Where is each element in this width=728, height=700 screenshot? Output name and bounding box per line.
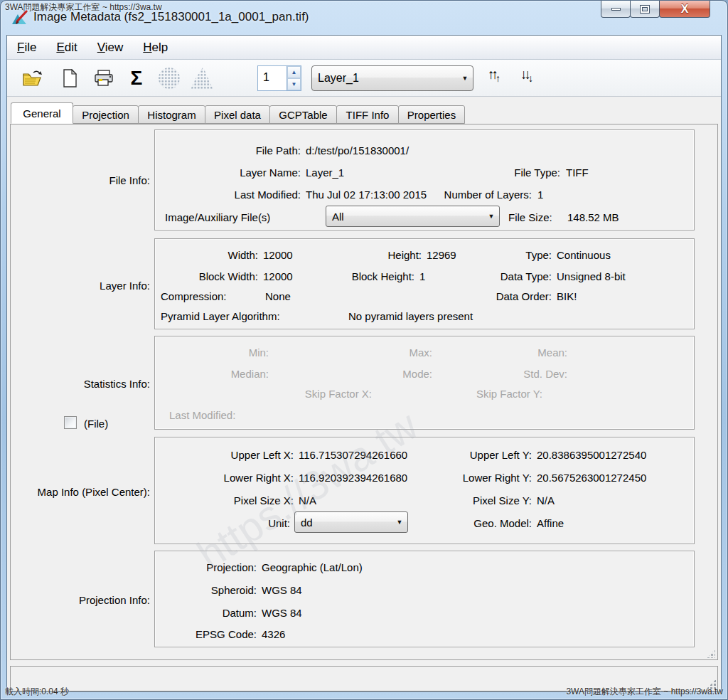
layer-select[interactable]: Layer_1 ▼: [311, 65, 473, 91]
upper-left-y-value: 20.8386395001272540: [537, 449, 646, 461]
upper-left-x-value: 116.715307294261660: [299, 449, 407, 461]
file-type-label: File Type:: [397, 166, 560, 179]
map-info-group: Upper Left X: 116.715307294261660 Upper …: [154, 437, 695, 544]
lower-right-x-value: 116.920392394261680: [299, 472, 407, 484]
file-size-label: File Size:: [508, 211, 552, 223]
arrows-down-icon: ↓↓: [520, 67, 528, 83]
stats-file-checkbox-label: (File): [84, 418, 108, 430]
data-type-value: Unsigned 8-bit: [557, 270, 626, 282]
lower-right-y-value: 20.5675263001272450: [537, 472, 646, 484]
new-document-button[interactable]: [57, 66, 82, 90]
aux-files-label: Image/Auxiliary File(s): [165, 211, 270, 223]
chevron-down-icon: ▼: [457, 75, 473, 82]
menu-view[interactable]: View: [97, 41, 124, 55]
close-icon: X: [681, 3, 689, 16]
skip-factor-y-label: Skip Factor Y:: [429, 388, 542, 400]
layer-select-value: Layer_1: [312, 72, 457, 85]
skip-factor-x-label: Skip Factor X:: [258, 388, 372, 400]
menu-help[interactable]: Help: [143, 41, 168, 55]
block-height-label: Block Height:: [326, 270, 414, 282]
spheroid-value: WGS 84: [262, 584, 302, 596]
sort-descending-button[interactable]: ↓↓↓: [520, 67, 530, 84]
block-height-value: 1: [419, 270, 425, 282]
print-icon: [94, 69, 114, 88]
width-label: Width:: [155, 249, 258, 261]
dotted-surface-icon: [191, 67, 213, 90]
dotted-sphere-icon: [158, 67, 181, 90]
pixel-size-y-label: Pixel Size Y:: [439, 494, 532, 507]
type-value: Continuous: [557, 249, 611, 261]
close-button[interactable]: X: [659, 1, 710, 18]
maximize-icon: [641, 6, 649, 13]
pixel-size-y-value: N/A: [537, 494, 555, 507]
projection-value: Geographic (Lat/Lon): [262, 561, 363, 573]
block-width-value: 12000: [263, 270, 293, 282]
width-value: 12000: [263, 249, 293, 261]
file-type-value: TIFF: [566, 166, 589, 179]
statistics-info-group: Min: Max: Mean: Median: Mode: Std. Dev: …: [154, 336, 695, 430]
lower-right-y-label: Lower Right Y:: [439, 472, 532, 484]
mode-label: Mode:: [318, 368, 432, 380]
block-width-label: Block Width:: [155, 270, 258, 282]
chevron-down-icon: ▼: [392, 519, 407, 526]
client-area: File Edit View Help: [6, 35, 722, 692]
minimize-icon: [611, 8, 621, 11]
unit-select-value: dd: [295, 516, 392, 529]
maximize-button[interactable]: [630, 1, 660, 18]
layer-number-stepper[interactable]: 1 ▲ ▼: [257, 65, 301, 91]
projection-info-section-label: Projection Info:: [11, 594, 150, 606]
unit-select[interactable]: dd ▼: [294, 511, 408, 533]
tab-projection[interactable]: Projection: [73, 105, 139, 124]
projection-label: Projection:: [155, 561, 257, 573]
datum-label: Datum:: [155, 607, 257, 619]
stats-last-modified-label: Last Modified:: [169, 409, 235, 421]
menu-file[interactable]: File: [17, 41, 36, 55]
datum-value: WGS 84: [262, 607, 302, 619]
minimize-button[interactable]: [601, 1, 631, 18]
file-info-group: File Path: d:/test/po/151830001/ Layer N…: [154, 129, 695, 230]
layer-name-label: Layer Name:: [155, 166, 301, 179]
type-label: Type:: [461, 249, 552, 261]
tab-gcp-table[interactable]: GCPTable: [269, 105, 337, 124]
stats-file-checkbox[interactable]: [64, 416, 77, 429]
height-label: Height:: [326, 249, 422, 261]
compression-label: Compression:: [161, 290, 227, 302]
statistics-button[interactable]: Σ: [124, 66, 149, 90]
tab-properties[interactable]: Properties: [398, 105, 465, 124]
tab-pixel-data[interactable]: Pixel data: [205, 105, 270, 124]
data-order-label: Data Order:: [461, 290, 552, 302]
spin-up-icon[interactable]: ▲: [287, 66, 301, 78]
statistics-info-section-label: Statistics Info:: [11, 378, 150, 390]
open-folder-icon: [22, 70, 43, 87]
max-label: Max:: [318, 346, 432, 359]
upper-left-x-label: Upper Left X:: [155, 449, 294, 461]
menu-edit[interactable]: Edit: [56, 41, 77, 55]
watermark-top: 3WA問題解決專家工作室 ~ https://3wa.tw: [5, 1, 162, 14]
data-type-label: Data Type:: [461, 270, 552, 282]
layer-info-group: Width: 12000 Height: 12969 Type: Continu…: [154, 238, 695, 329]
spin-down-icon[interactable]: ▼: [287, 78, 301, 90]
median-label: Median:: [155, 368, 269, 380]
data-order-value: BIK!: [557, 290, 577, 302]
pixel-size-x-label: Pixel Size X:: [155, 494, 294, 507]
print-button[interactable]: [91, 66, 117, 90]
new-document-icon: [63, 69, 77, 88]
geo-model-label: Geo. Model:: [439, 517, 532, 529]
tab-general[interactable]: General: [11, 102, 73, 124]
aux-files-select[interactable]: All ▼: [326, 206, 500, 227]
map-info-section-label: Map Info (Pixel Center):: [11, 486, 150, 498]
arrows-up-icon: ↑↑: [488, 67, 496, 83]
sort-ascending-button[interactable]: ↑↑↑: [488, 67, 498, 84]
panel-resize-grip: [707, 649, 715, 658]
spheroid-label: Spheroid:: [155, 584, 257, 596]
tab-tiff-info[interactable]: TIFF Info: [336, 105, 399, 124]
pyramid-layer-algorithm-label: Pyramid Layer Algorithm:: [161, 310, 280, 322]
layer-info-section-label: Layer Info:: [11, 280, 150, 292]
unit-label: Unit:: [155, 517, 290, 529]
file-path-label: File Path:: [155, 144, 301, 157]
open-file-button[interactable]: [20, 66, 46, 90]
tab-histogram[interactable]: Histogram: [138, 105, 205, 124]
toolbar: Σ 1 ▲ ▼ Layer_1 ▼ ↑↑↑: [7, 60, 721, 97]
min-label: Min:: [155, 346, 269, 359]
pixel-size-x-value: N/A: [299, 494, 316, 507]
